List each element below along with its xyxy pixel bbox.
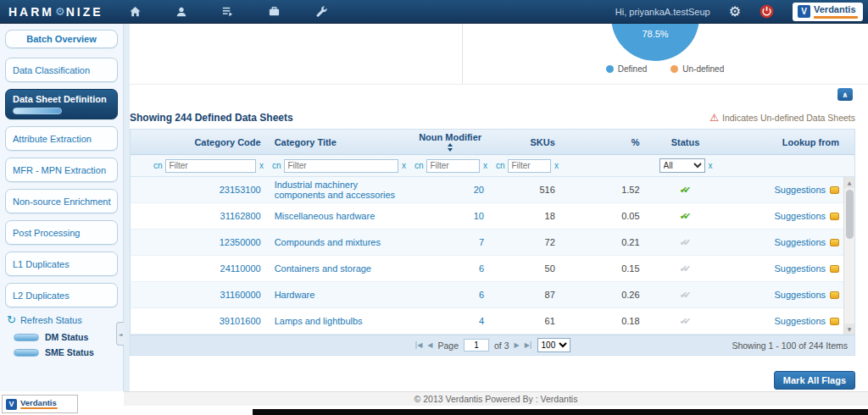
scrollbar-thumb[interactable]	[846, 190, 854, 239]
verdantis-name: Verdantis	[814, 5, 858, 14]
noun-modifier-link[interactable]: 10	[474, 211, 484, 221]
skus-filter-input[interactable]	[508, 159, 550, 173]
sidebar-collapse-handle[interactable]: ◄	[116, 322, 124, 346]
column-header-lookup-from[interactable]: Lookup from	[724, 137, 854, 147]
chart-panel: 78.5% Defined Un-defined	[130, 24, 868, 85]
suggestions-link[interactable]: Suggestions	[774, 290, 839, 300]
taskbar-strip	[253, 409, 868, 415]
sidebar-item-label: Data Sheet Definition	[13, 94, 117, 104]
scroll-up-icon[interactable]: ▲	[844, 177, 854, 188]
tools-icon[interactable]	[314, 5, 327, 18]
column-header-label: Noun Modifier	[419, 132, 481, 142]
category-code-link[interactable]: 31162800	[220, 211, 261, 221]
briefcase-icon[interactable]	[268, 5, 281, 18]
clear-filter-icon[interactable]: x	[402, 161, 406, 170]
collapse-chart-button[interactable]: ∧	[837, 88, 853, 101]
batch-overview-link[interactable]: Batch Overview	[5, 30, 118, 48]
suggestions-icon	[830, 186, 839, 194]
column-header-category-code[interactable]: Category Code	[149, 137, 268, 147]
data-sheets-table: Category Code Category Title Noun Modifi…	[130, 129, 855, 356]
warning-triangle-icon: ⚠	[709, 113, 719, 123]
suggestions-link[interactable]: Suggestions	[774, 211, 839, 221]
logo-gear-icon: ⚙	[55, 5, 65, 18]
column-header-percent[interactable]: %	[562, 137, 647, 147]
category-title-link[interactable]: Miscellaneous hardware	[275, 211, 376, 221]
suggestions-link[interactable]: Suggestions	[774, 237, 839, 247]
last-page-icon[interactable]: ▶|	[525, 341, 532, 349]
noun-modifier-link[interactable]: 20	[474, 185, 484, 195]
sidebar-item-data-classification[interactable]: Data Classification	[5, 58, 118, 82]
page-label: Page	[437, 340, 459, 351]
table-row: 31162800 Miscellaneous hardware 10 18 0.…	[131, 203, 854, 230]
table-row: 23153100 Industrial machinery components…	[131, 177, 854, 203]
scroll-down-icon[interactable]: ▼	[844, 324, 854, 335]
sidebar-item-label: Data Classification	[13, 65, 117, 75]
category-code-link[interactable]: 31160000	[220, 290, 261, 300]
noun-modifier-filter-input[interactable]	[426, 159, 479, 173]
filter-operator[interactable]: cn	[415, 161, 424, 170]
filter-operator[interactable]: cn	[272, 161, 281, 170]
dm-status-row: DM Status	[14, 332, 123, 342]
table-header-row: Category Code Category Title Noun Modifi…	[131, 130, 854, 155]
category-title-link[interactable]: Compounds and mixtures	[275, 237, 381, 247]
category-title-link[interactable]: Hardware	[275, 290, 315, 300]
clear-filter-icon[interactable]: x	[709, 161, 713, 170]
clear-filter-icon[interactable]: x	[259, 161, 264, 170]
page-number-input[interactable]	[464, 339, 489, 351]
column-header-skus[interactable]: SKUs	[491, 137, 562, 147]
home-icon[interactable]	[129, 5, 142, 18]
next-page-icon[interactable]: ▶	[515, 341, 520, 349]
column-header-noun-modifier[interactable]: Noun Modifier	[409, 132, 491, 152]
table-scrollbar[interactable]: ▲ ▼	[843, 177, 854, 335]
first-page-icon[interactable]: |◀	[415, 341, 422, 349]
suggestions-link[interactable]: Suggestions	[774, 185, 839, 195]
category-title-link[interactable]: Containers and storage	[275, 263, 371, 274]
category-code-link[interactable]: 39101600	[220, 316, 261, 326]
progress-bar	[13, 108, 62, 114]
category-title-filter-input[interactable]	[284, 159, 398, 173]
sidebar-item-non-source-enrichment[interactable]: Non-source Enrichment	[5, 189, 118, 213]
sort-icon[interactable]	[448, 143, 453, 152]
column-header-status[interactable]: Status	[647, 137, 725, 147]
sidebar-item-l1-duplicates[interactable]: L1 Duplicates	[5, 252, 118, 276]
clear-filter-icon[interactable]: x	[554, 161, 559, 170]
logout-power-icon[interactable]	[760, 4, 774, 19]
noun-modifier-link[interactable]: 6	[479, 263, 484, 274]
status-filter-select[interactable]: All	[659, 158, 705, 173]
table-row: 39101600 Lamps and lightbulbs 4 61 0.18 …	[131, 308, 854, 335]
refresh-status-button[interactable]: ↻ Refresh Status	[7, 314, 123, 325]
category-code-link[interactable]: 24110000	[220, 263, 261, 274]
category-title-link[interactable]: Industrial machinery components and acce…	[275, 180, 403, 200]
suggestions-link[interactable]: Suggestions	[774, 316, 839, 326]
category-title-link[interactable]: Lamps and lightbulbs	[275, 316, 363, 326]
user-icon[interactable]	[175, 6, 187, 18]
settings-gear-icon[interactable]: ⚙	[729, 5, 741, 19]
prev-page-icon[interactable]: ◀	[427, 341, 432, 349]
filter-operator[interactable]: cn	[153, 161, 163, 170]
category-code-filter-input[interactable]	[165, 159, 255, 173]
noun-modifier-link[interactable]: 6	[479, 290, 484, 300]
noun-modifier-link[interactable]: 7	[479, 237, 484, 247]
status-check-icon: ✔✔	[680, 316, 691, 327]
suggestions-link[interactable]: Suggestions	[774, 263, 839, 274]
sidebar-item-post-processing[interactable]: Post Processing	[5, 220, 118, 245]
clear-filter-icon[interactable]: x	[483, 161, 487, 170]
category-code-link[interactable]: 12350000	[220, 237, 261, 247]
suggestions-icon	[830, 239, 839, 246]
suggestions-icon	[830, 265, 839, 273]
noun-modifier-link[interactable]: 4	[479, 316, 484, 326]
filter-operator[interactable]: cn	[496, 161, 505, 170]
export-list-icon[interactable]	[221, 5, 234, 18]
sidebar-item-label: Non-source Enrichment	[13, 196, 117, 207]
sidebar-item-mfr-mpn-extraction[interactable]: MFR - MPN Extraction	[5, 158, 118, 182]
sidebar-item-attribute-extraction[interactable]: Attribute Extraction	[5, 126, 118, 151]
page-size-select[interactable]: 100	[537, 338, 570, 352]
column-header-category-title[interactable]: Category Title	[268, 137, 410, 147]
category-code-link[interactable]: 23153100	[220, 185, 261, 195]
category-title-filter: cn x	[268, 159, 410, 173]
mark-all-flags-button[interactable]: Mark All Flags	[774, 371, 855, 390]
sidebar-item-l2-duplicates[interactable]: L2 Duplicates	[5, 283, 118, 307]
suggestions-icon	[830, 213, 839, 220]
sidebar-item-data-sheet-definition[interactable]: Data Sheet Definition	[5, 89, 118, 119]
sidebar: Batch Overview Data Classification Data …	[0, 24, 124, 391]
